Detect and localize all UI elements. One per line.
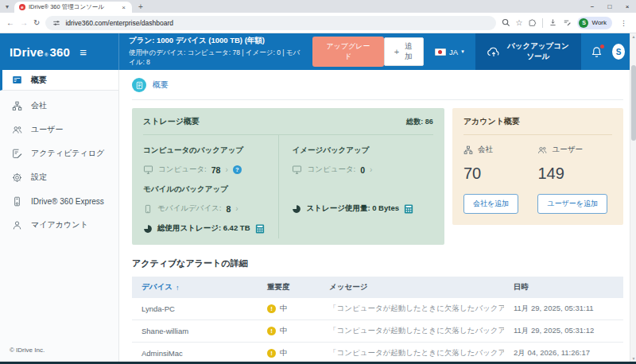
- sidebar-item-overview[interactable]: 概要: [0, 70, 118, 91]
- sidebar-item-express[interactable]: IDrive® 360 Express: [0, 189, 118, 213]
- monitor-icon: [143, 165, 153, 175]
- hamburger-icon[interactable]: ≡: [80, 46, 87, 58]
- close-button[interactable]: ×: [619, 3, 636, 10]
- main-content: 概要 ストレージ概要 総数: 86 コンピュータのバックアップ: [119, 70, 636, 362]
- alert-message: 「コンピュータが起動したときに欠落したバックアップを開始す...: [320, 304, 504, 314]
- toolbar-divider: [542, 18, 543, 28]
- calculator-icon[interactable]: [255, 224, 265, 234]
- sidebar-item-settings[interactable]: 設定: [0, 165, 118, 189]
- sidebar-item-users[interactable]: ユーザー: [0, 118, 118, 141]
- notifications-button[interactable]: [591, 46, 603, 58]
- tab-close-icon[interactable]: ×: [120, 4, 127, 11]
- translate-icon[interactable]: [563, 18, 572, 27]
- browser-urlbar: ← → ↻ idrive360.com/enterprise/dashboard…: [0, 13, 636, 33]
- tab-search-icon[interactable]: ▾: [0, 3, 14, 10]
- alert-datetime: 2月 04, 2026, 11:26:17: [504, 348, 623, 358]
- idrive-favicon: e: [19, 4, 25, 10]
- minimize-button[interactable]: −: [584, 3, 601, 10]
- image-computer-count-label: コンピュータ:: [307, 165, 355, 175]
- table-row[interactable]: Shane-william !中 「コンピュータが起動したときに欠落したバックア…: [132, 320, 623, 343]
- storage-usage: ストレージ使用量: 0 Bytes: [306, 203, 399, 214]
- mobile-count-value[interactable]: 8: [226, 204, 231, 214]
- sidebar-item-activity-log[interactable]: アクティビティログ: [0, 141, 118, 165]
- company-icon: [12, 101, 22, 111]
- computer-count-label: コンピュータ:: [158, 165, 207, 175]
- total-storage-used: 総使用ストレージ: 6.42 TB: [157, 223, 250, 234]
- severity-label: 中: [280, 348, 288, 358]
- plan-info: プラン: 1000 デバイス (1000 TB) (年額) 使用中のデバイス: …: [119, 36, 311, 68]
- alert-message: 「コンピュータが起動したときに欠落したバックアップを開始す...: [320, 326, 504, 336]
- window-controls: − □ ×: [584, 3, 636, 10]
- maximize-button[interactable]: □: [601, 3, 619, 10]
- reload-icon[interactable]: ↻: [33, 18, 40, 27]
- bookmark-star-icon[interactable]: ☆: [516, 18, 523, 27]
- upgrade-button[interactable]: アップグレード: [312, 37, 384, 67]
- add-button[interactable]: +追加: [384, 37, 424, 66]
- backup-console-button[interactable]: バックアップコンソール: [475, 33, 581, 70]
- sort-up-icon: ↑: [176, 284, 180, 292]
- computer-backup-title: コンピュータのバックアップ: [143, 145, 270, 156]
- language-selector[interactable]: JA ▾: [435, 48, 464, 56]
- chevron-down-icon: ▾: [461, 48, 464, 55]
- column-header-severity[interactable]: 重要度: [258, 282, 320, 292]
- device-name: Shane-william: [132, 327, 258, 335]
- page-title: 概要: [153, 79, 169, 91]
- sidebar-item-label: ユーザー: [31, 124, 63, 135]
- device-name: Lynda-PC: [132, 304, 258, 313]
- forward-icon[interactable]: →: [20, 18, 28, 27]
- dashboard-icon: [12, 75, 22, 85]
- calculator-icon[interactable]: [404, 204, 413, 214]
- site-info-icon[interactable]: [52, 19, 60, 27]
- scroll-up-icon[interactable]: ▲: [630, 34, 636, 39]
- pie-chart-icon: [292, 204, 301, 214]
- table-row[interactable]: AdminsiMac !中 「コンピュータが起動したときに欠落したバックアップを…: [132, 343, 623, 362]
- address-bar[interactable]: idrive360.com/enterprise/dashboard: [45, 16, 495, 30]
- add-user-button[interactable]: ユーザーを追加: [537, 194, 607, 214]
- overview-page-icon: [132, 78, 146, 92]
- plan-line1: プラン: 1000 デバイス (1000 TB) (年額): [129, 36, 301, 46]
- pie-chart-icon: [143, 224, 153, 234]
- new-tab-button[interactable]: +: [132, 2, 149, 11]
- company-label: 会社: [478, 145, 493, 155]
- chevron-right-icon[interactable]: ›: [370, 165, 372, 174]
- browser-menu-icon[interactable]: ⋮: [618, 19, 630, 27]
- scrollbar-thumb[interactable]: [631, 65, 636, 141]
- column-header-device[interactable]: デバイス↑: [132, 282, 258, 292]
- sidebar-item-label: マイアカウント: [31, 219, 88, 230]
- warning-icon: !: [267, 327, 276, 335]
- alerts-table: デバイス↑ 重要度 メッセージ 日時 Lynda-PC !中 「コンピュータが起…: [132, 277, 623, 362]
- column-header-message[interactable]: メッセージ: [320, 282, 504, 292]
- browser-tab[interactable]: e IDrive® 360 管理コンソール ×: [14, 2, 132, 13]
- computer-count-value[interactable]: 78: [211, 165, 221, 175]
- sidebar: 概要 会社 ユーザー アクティビティログ 設定: [0, 70, 119, 362]
- column-header-datetime[interactable]: 日時: [504, 282, 623, 292]
- breadcrumb: 概要: [132, 76, 623, 100]
- device-name: AdminsiMac: [132, 349, 258, 358]
- user-avatar[interactable]: S: [612, 44, 625, 60]
- severity-label: 中: [280, 326, 288, 336]
- alert-datetime: 11月 29, 2025, 05:31:11: [504, 304, 623, 314]
- image-computer-count-value[interactable]: 0: [360, 165, 365, 175]
- chevron-right-icon[interactable]: ›: [235, 204, 238, 213]
- sidebar-item-my-account[interactable]: マイアカウント: [0, 213, 118, 237]
- zoom-icon[interactable]: [502, 18, 510, 27]
- download-icon[interactable]: [549, 18, 557, 27]
- app-body: 概要 会社 ユーザー アクティビティログ 設定: [0, 70, 636, 362]
- person-icon: [12, 220, 22, 230]
- back-icon[interactable]: ←: [6, 18, 14, 27]
- chevron-right-icon[interactable]: ›: [225, 165, 227, 174]
- sidebar-item-label: IDrive® 360 Express: [31, 197, 104, 206]
- japan-flag-icon: [435, 48, 446, 56]
- scroll-down-icon[interactable]: ▼: [630, 356, 636, 361]
- browser-profile-chip[interactable]: S Work: [577, 17, 612, 29]
- page-scrollbar[interactable]: ▲ ▼: [630, 33, 636, 362]
- image-backup-title: イメージバックアップ: [292, 145, 432, 156]
- add-company-button[interactable]: 会社を追加: [463, 194, 518, 214]
- help-icon[interactable]: ?: [233, 165, 242, 174]
- active-alerts-section: アクティブなアラートの詳細 デバイス↑ 重要度 メッセージ 日時 Lynda-P…: [132, 258, 623, 362]
- alert-message: 「コンピュータが起動したときに欠落したバックアップを開始す...: [320, 348, 504, 358]
- storage-overview-card: ストレージ概要 総数: 86 コンピュータのバックアップ コンピュータ: 78 …: [132, 108, 444, 245]
- extensions-icon[interactable]: [528, 18, 537, 27]
- sidebar-item-company[interactable]: 会社: [0, 94, 118, 118]
- table-row[interactable]: Lynda-PC !中 「コンピュータが起動したときに欠落したバックアップを開始…: [132, 298, 623, 320]
